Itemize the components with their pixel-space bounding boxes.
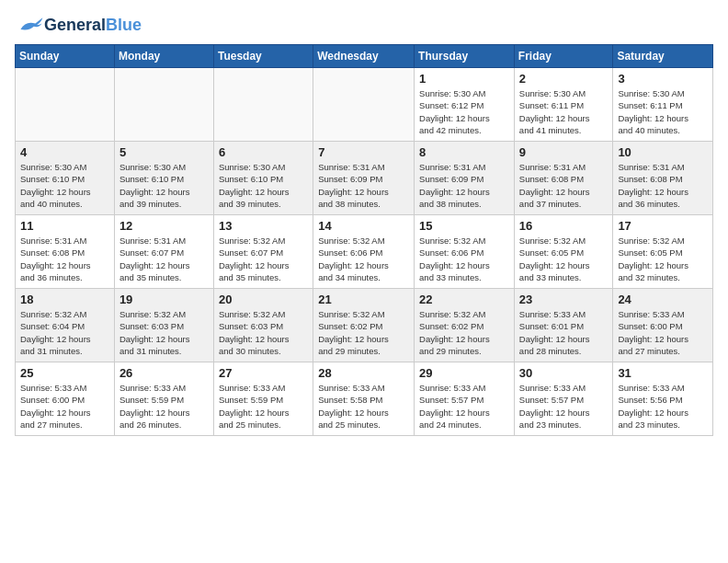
calendar-cell: 17Sunrise: 5:32 AM Sunset: 6:05 PM Dayli… [613, 215, 713, 289]
weekday-header-thursday: Thursday [415, 45, 515, 68]
day-number: 15 [419, 219, 509, 233]
day-number: 7 [318, 145, 409, 159]
day-number: 23 [519, 293, 609, 306]
day-info: Sunrise: 5:30 AM Sunset: 6:10 PM Dayligh… [219, 161, 308, 210]
day-info: Sunrise: 5:32 AM Sunset: 6:07 PM Dayligh… [219, 235, 308, 283]
calendar-cell: 21Sunrise: 5:32 AM Sunset: 6:02 PM Dayli… [313, 289, 415, 362]
day-info: Sunrise: 5:33 AM Sunset: 6:00 PM Dayligh… [618, 308, 708, 357]
day-number: 26 [119, 366, 209, 380]
day-number: 21 [318, 293, 409, 306]
calendar-cell: 13Sunrise: 5:32 AM Sunset: 6:07 PM Dayli… [213, 215, 313, 289]
day-number: 18 [20, 293, 109, 306]
calendar-cell: 4Sunrise: 5:30 AM Sunset: 6:10 PM Daylig… [16, 142, 115, 215]
logo-icon [15, 15, 44, 37]
calendar-week-row: 4Sunrise: 5:30 AM Sunset: 6:10 PM Daylig… [16, 142, 713, 215]
weekday-header-monday: Monday [114, 45, 213, 68]
day-info: Sunrise: 5:31 AM Sunset: 6:08 PM Dayligh… [20, 235, 109, 283]
day-info: Sunrise: 5:33 AM Sunset: 6:00 PM Dayligh… [20, 382, 109, 431]
day-number: 25 [20, 366, 109, 380]
calendar-week-row: 11Sunrise: 5:31 AM Sunset: 6:08 PM Dayli… [16, 215, 713, 289]
day-number: 28 [318, 366, 409, 380]
day-number: 24 [618, 293, 708, 306]
day-number: 27 [219, 366, 308, 380]
day-number: 29 [419, 366, 509, 380]
calendar-cell: 10Sunrise: 5:31 AM Sunset: 6:08 PM Dayli… [613, 142, 713, 215]
day-info: Sunrise: 5:30 AM Sunset: 6:11 PM Dayligh… [519, 87, 609, 136]
calendar-cell: 6Sunrise: 5:30 AM Sunset: 6:10 PM Daylig… [213, 142, 313, 215]
day-number: 1 [419, 72, 509, 86]
weekday-header-saturday: Saturday [613, 45, 713, 68]
logo: GeneralBlue [15, 15, 142, 37]
day-number: 31 [618, 366, 708, 380]
day-number: 22 [419, 293, 509, 306]
day-info: Sunrise: 5:31 AM Sunset: 6:08 PM Dayligh… [618, 161, 708, 210]
day-number: 17 [618, 219, 708, 233]
calendar-cell: 28Sunrise: 5:33 AM Sunset: 5:58 PM Dayli… [313, 362, 415, 436]
day-number: 14 [318, 219, 409, 233]
calendar-cell: 30Sunrise: 5:33 AM Sunset: 5:57 PM Dayli… [514, 362, 613, 436]
day-number: 13 [219, 219, 308, 233]
day-info: Sunrise: 5:33 AM Sunset: 6:01 PM Dayligh… [519, 308, 609, 357]
day-info: Sunrise: 5:31 AM Sunset: 6:07 PM Dayligh… [119, 235, 209, 283]
day-info: Sunrise: 5:32 AM Sunset: 6:03 PM Dayligh… [219, 308, 308, 357]
day-info: Sunrise: 5:33 AM Sunset: 5:57 PM Dayligh… [419, 382, 509, 431]
calendar-cell: 27Sunrise: 5:33 AM Sunset: 5:59 PM Dayli… [213, 362, 313, 436]
weekday-header-tuesday: Tuesday [213, 45, 313, 68]
calendar-cell: 26Sunrise: 5:33 AM Sunset: 5:59 PM Dayli… [114, 362, 213, 436]
day-info: Sunrise: 5:33 AM Sunset: 5:56 PM Dayligh… [618, 382, 708, 431]
calendar-cell: 12Sunrise: 5:31 AM Sunset: 6:07 PM Dayli… [114, 215, 213, 289]
day-info: Sunrise: 5:33 AM Sunset: 5:59 PM Dayligh… [219, 382, 308, 431]
day-info: Sunrise: 5:31 AM Sunset: 6:09 PM Dayligh… [318, 161, 409, 210]
weekday-header-friday: Friday [514, 45, 613, 68]
day-number: 3 [618, 72, 708, 86]
calendar-cell: 23Sunrise: 5:33 AM Sunset: 6:01 PM Dayli… [514, 289, 613, 362]
day-info: Sunrise: 5:30 AM Sunset: 6:10 PM Dayligh… [119, 161, 209, 210]
calendar-cell: 20Sunrise: 5:32 AM Sunset: 6:03 PM Dayli… [213, 289, 313, 362]
calendar-cell: 25Sunrise: 5:33 AM Sunset: 6:00 PM Dayli… [16, 362, 115, 436]
calendar-cell [313, 68, 415, 142]
calendar-cell: 19Sunrise: 5:32 AM Sunset: 6:03 PM Dayli… [114, 289, 213, 362]
calendar-week-row: 1Sunrise: 5:30 AM Sunset: 6:12 PM Daylig… [16, 68, 713, 142]
calendar-week-row: 25Sunrise: 5:33 AM Sunset: 6:00 PM Dayli… [16, 362, 713, 436]
calendar-cell: 3Sunrise: 5:30 AM Sunset: 6:11 PM Daylig… [613, 68, 713, 142]
day-number: 8 [419, 145, 509, 159]
calendar-cell: 14Sunrise: 5:32 AM Sunset: 6:06 PM Dayli… [313, 215, 415, 289]
day-number: 12 [119, 219, 209, 233]
weekday-header-wednesday: Wednesday [313, 45, 415, 68]
day-info: Sunrise: 5:32 AM Sunset: 6:06 PM Dayligh… [419, 235, 509, 283]
calendar-cell: 11Sunrise: 5:31 AM Sunset: 6:08 PM Dayli… [16, 215, 115, 289]
calendar-week-row: 18Sunrise: 5:32 AM Sunset: 6:04 PM Dayli… [16, 289, 713, 362]
day-number: 11 [20, 219, 109, 233]
calendar-cell: 15Sunrise: 5:32 AM Sunset: 6:06 PM Dayli… [415, 215, 515, 289]
day-info: Sunrise: 5:30 AM Sunset: 6:11 PM Dayligh… [618, 87, 708, 136]
calendar-cell: 31Sunrise: 5:33 AM Sunset: 5:56 PM Dayli… [613, 362, 713, 436]
day-number: 20 [219, 293, 308, 306]
calendar-cell: 9Sunrise: 5:31 AM Sunset: 6:08 PM Daylig… [514, 142, 613, 215]
calendar-cell: 16Sunrise: 5:32 AM Sunset: 6:05 PM Dayli… [514, 215, 613, 289]
day-number: 30 [519, 366, 609, 380]
weekday-header-row: SundayMondayTuesdayWednesdayThursdayFrid… [16, 45, 713, 68]
day-number: 19 [119, 293, 209, 306]
logo-text: GeneralBlue [44, 17, 142, 35]
day-info: Sunrise: 5:31 AM Sunset: 6:08 PM Dayligh… [519, 161, 609, 210]
day-info: Sunrise: 5:32 AM Sunset: 6:04 PM Dayligh… [20, 308, 109, 357]
calendar-cell: 5Sunrise: 5:30 AM Sunset: 6:10 PM Daylig… [114, 142, 213, 215]
day-number: 10 [618, 145, 708, 159]
calendar-cell: 7Sunrise: 5:31 AM Sunset: 6:09 PM Daylig… [313, 142, 415, 215]
day-info: Sunrise: 5:32 AM Sunset: 6:05 PM Dayligh… [519, 235, 609, 283]
calendar-cell: 8Sunrise: 5:31 AM Sunset: 6:09 PM Daylig… [415, 142, 515, 215]
calendar-cell: 24Sunrise: 5:33 AM Sunset: 6:00 PM Dayli… [613, 289, 713, 362]
day-info: Sunrise: 5:30 AM Sunset: 6:10 PM Dayligh… [20, 161, 109, 210]
calendar-cell: 1Sunrise: 5:30 AM Sunset: 6:12 PM Daylig… [415, 68, 515, 142]
day-number: 6 [219, 145, 308, 159]
calendar-cell: 18Sunrise: 5:32 AM Sunset: 6:04 PM Dayli… [16, 289, 115, 362]
day-info: Sunrise: 5:30 AM Sunset: 6:12 PM Dayligh… [419, 87, 509, 136]
calendar-cell: 2Sunrise: 5:30 AM Sunset: 6:11 PM Daylig… [514, 68, 613, 142]
page-header: GeneralBlue [15, 15, 713, 37]
day-info: Sunrise: 5:32 AM Sunset: 6:05 PM Dayligh… [618, 235, 708, 283]
day-info: Sunrise: 5:32 AM Sunset: 6:03 PM Dayligh… [119, 308, 209, 357]
calendar-cell [16, 68, 115, 142]
day-info: Sunrise: 5:32 AM Sunset: 6:06 PM Dayligh… [318, 235, 409, 283]
day-info: Sunrise: 5:32 AM Sunset: 6:02 PM Dayligh… [318, 308, 409, 357]
day-number: 16 [519, 219, 609, 233]
